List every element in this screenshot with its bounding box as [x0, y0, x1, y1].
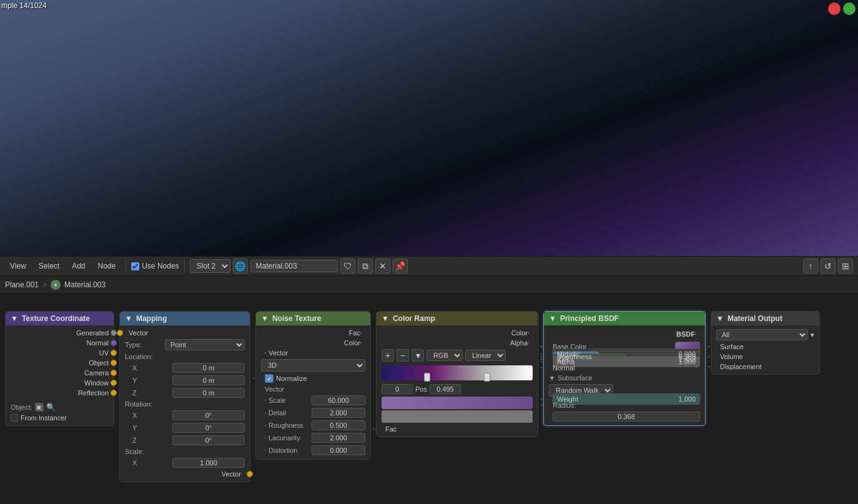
menu-item-add[interactable]: Add: [67, 260, 90, 272]
node-editor[interactable]: ▼ Texture Coordinate Generated Normal UV…: [0, 294, 858, 504]
viewport-button-green[interactable]: [843, 2, 856, 15]
socket-bsdf-out[interactable]: [695, 334, 696, 335]
socket-object[interactable]: [111, 360, 117, 366]
matout-expand-icon[interactable]: ▾: [811, 331, 814, 339]
subsurface-expand-arrow[interactable]: ▼: [549, 375, 555, 382]
sphere-icon-btn[interactable]: 🌐: [233, 259, 248, 274]
tex-coord-collapse-arrow[interactable]: ▼: [11, 314, 18, 323]
socket-noise-color[interactable]: [360, 342, 362, 343]
mapping-header[interactable]: ▼ Mapping: [120, 312, 250, 325]
socket-noise-lacunarity[interactable]: [265, 437, 266, 438]
mapping-type-select[interactable]: Point: [165, 339, 245, 350]
socket-bsdf-roughness[interactable]: [541, 356, 542, 357]
noise-scale-value[interactable]: 60.000: [312, 395, 365, 405]
eyedropper-icon[interactable]: 🔍: [46, 403, 56, 412]
breadcrumb-material[interactable]: Material.003: [64, 280, 106, 289]
mapping-collapse-arrow[interactable]: ▼: [125, 314, 132, 323]
socket-matout-surface[interactable]: [708, 346, 709, 347]
pin-icon-btn[interactable]: 📌: [393, 259, 408, 274]
noise-dimension-select[interactable]: 3D: [261, 359, 365, 372]
noise-lacunarity-value[interactable]: 2.000: [312, 433, 365, 443]
noise-header[interactable]: ▼ Noise Texture: [256, 312, 370, 325]
viewport[interactable]: mple 14/1024: [0, 0, 858, 256]
menu-item-view[interactable]: View: [5, 260, 31, 272]
close-icon-btn[interactable]: ✕: [375, 259, 390, 274]
socket-bsdf-metallic[interactable]: [541, 353, 542, 355]
noise-collapse-arrow[interactable]: ▼: [261, 314, 269, 323]
copy-icon-btn[interactable]: ⧉: [358, 259, 373, 274]
socket-noise-distortion[interactable]: [265, 450, 266, 451]
socket-noise-vector-in[interactable]: [265, 352, 266, 353]
cr-rgb-select[interactable]: RGB: [427, 350, 463, 361]
matout-all-select[interactable]: All: [716, 329, 808, 340]
matout-collapse-arrow[interactable]: ▼: [716, 314, 724, 323]
object-icon[interactable]: ▣: [35, 403, 44, 412]
socket-bsdf-alpha[interactable]: [541, 361, 542, 362]
colorramp-collapse-arrow[interactable]: ▼: [382, 314, 389, 323]
slot-select[interactable]: Slot 2: [190, 259, 230, 273]
socket-mapping-vector-in[interactable]: [117, 330, 123, 336]
socket-bsdf-normal[interactable]: [541, 367, 542, 368]
socket-cr-alpha[interactable]: [528, 342, 529, 343]
menu-item-node[interactable]: Node: [93, 260, 121, 272]
normalize-checkbox[interactable]: ✓: [265, 374, 274, 383]
socket-cr-fac-in[interactable]: [373, 428, 375, 430]
socket-mapping-vector-out[interactable]: [247, 471, 253, 477]
bsdf-header[interactable]: ▼ Principled BSDF: [544, 312, 705, 325]
colorramp-header[interactable]: ▼ Color Ramp: [377, 312, 538, 325]
cr-pos-left[interactable]: 0: [382, 384, 413, 394]
layout-btn-2[interactable]: ↺: [821, 259, 836, 274]
socket-window[interactable]: [111, 380, 117, 386]
colorramp-gradient-bar[interactable]: [382, 365, 533, 380]
mapping-z-value[interactable]: 0 m: [172, 388, 245, 398]
cr-interpolation-select[interactable]: Linear: [465, 350, 506, 361]
socket-noise-fac[interactable]: [360, 332, 362, 334]
noise-detail-value[interactable]: 2.000: [312, 408, 365, 418]
cr-remove-btn[interactable]: −: [397, 349, 409, 362]
bsdf-radius-bar[interactable]: 0.368: [553, 412, 700, 422]
use-nodes-input[interactable]: [131, 262, 139, 270]
socket-cr-color[interactable]: [528, 332, 529, 334]
socket-bsdf-base-color[interactable]: [541, 346, 542, 347]
socket-matout-volume[interactable]: [708, 356, 709, 357]
socket-bsdf-ior[interactable]: [541, 358, 542, 360]
use-nodes-checkbox[interactable]: Use Nodes: [131, 262, 179, 270]
socket-matout-displacement[interactable]: [708, 366, 709, 367]
cr-stop-left[interactable]: [424, 373, 430, 382]
tex-coord-header[interactable]: ▼ Texture Coordinate: [6, 312, 114, 325]
viewport-button-red[interactable]: [828, 2, 841, 15]
bsdf-subsurface-row[interactable]: ▼ Subsurface: [544, 373, 705, 383]
mapping-x-value[interactable]: 0 m: [172, 363, 245, 373]
noise-roughness-value[interactable]: 0.500: [312, 420, 365, 430]
menu-item-select[interactable]: Select: [34, 260, 64, 272]
shield-icon-btn[interactable]: 🛡: [340, 259, 355, 274]
layout-btn-1[interactable]: ↑: [803, 259, 818, 274]
socket-noise-scale[interactable]: [265, 400, 266, 401]
mapping-rx-value[interactable]: 0°: [172, 410, 245, 420]
mapping-ry-value[interactable]: 0°: [172, 423, 245, 433]
mapping-y-value[interactable]: 0 m: [172, 375, 245, 385]
mapping-sx-value[interactable]: 1.000: [172, 458, 245, 468]
socket-noise-detail[interactable]: [265, 412, 266, 413]
cr-menu-btn[interactable]: ▾: [412, 349, 424, 362]
cr-pos-right[interactable]: 0.495: [430, 384, 461, 394]
noise-distortion-value[interactable]: 0.000: [312, 445, 365, 455]
bsdf-collapse-arrow[interactable]: ▼: [549, 314, 556, 323]
mapping-rz-value[interactable]: 0°: [172, 435, 245, 445]
matout-header[interactable]: ▼ Material Output: [711, 312, 819, 325]
socket-normal[interactable]: [111, 340, 117, 346]
socket-reflection[interactable]: [111, 390, 117, 396]
socket-noise-roughness[interactable]: [265, 425, 266, 426]
layout-btn-3[interactable]: ⊞: [838, 259, 853, 274]
socket-generated[interactable]: [111, 330, 117, 336]
cr-color-preview-2[interactable]: [382, 410, 533, 423]
socket-camera[interactable]: [111, 370, 117, 376]
material-name-input[interactable]: [250, 260, 338, 272]
breadcrumb-plane[interactable]: Plane.001: [5, 280, 39, 289]
socket-bsdf-weight[interactable]: [541, 398, 542, 400]
from-instancer-checkbox[interactable]: [11, 414, 18, 422]
cr-add-btn[interactable]: +: [382, 349, 394, 362]
cr-color-preview-1[interactable]: [382, 397, 533, 409]
cr-stop-right[interactable]: [484, 373, 490, 382]
socket-uv[interactable]: [111, 350, 117, 356]
